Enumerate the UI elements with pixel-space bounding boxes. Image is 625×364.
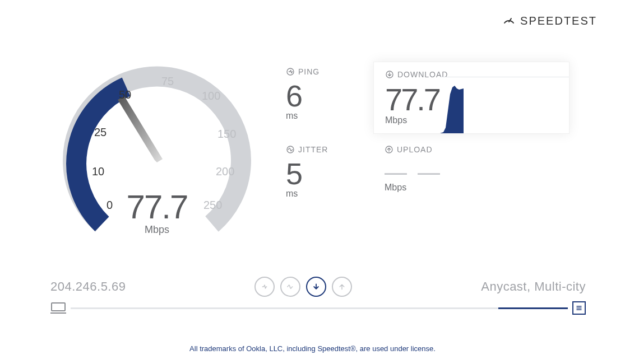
- svg-marker-1: [118, 96, 163, 162]
- jitter-label: JITTER: [298, 145, 328, 154]
- ping-block: PING 6 ms: [275, 62, 370, 139]
- server-icon: [572, 301, 586, 315]
- download-icon: [385, 70, 394, 79]
- upload-label: UPLOAD: [397, 145, 433, 154]
- footer-text: All trademarks of Ookla, LLC, including …: [0, 344, 625, 353]
- gauge-tick-3: 50: [119, 88, 131, 101]
- ping-icon: [286, 67, 295, 76]
- upload-icon: [385, 145, 393, 154]
- ping-unit: ms: [286, 111, 359, 121]
- svg-rect-7: [52, 303, 65, 311]
- jitter-block: JITTER 5 ms: [275, 139, 370, 204]
- speedtest-icon: [502, 14, 516, 27]
- stage-icons: [254, 277, 352, 297]
- speed-gauge: 0 10 25 50 75 100 150 200 250 77.7 Mbps: [50, 50, 263, 263]
- upload-block: UPLOAD — — Mbps: [373, 139, 570, 204]
- download-sparkline: [440, 72, 569, 133]
- gauge-tick-5: 100: [202, 90, 220, 102]
- stage-upload-icon: [332, 277, 352, 297]
- ip-address: 204.246.5.69: [50, 279, 126, 294]
- gauge-tick-2: 25: [94, 126, 107, 139]
- gauge-tick-4: 75: [161, 75, 174, 88]
- jitter-icon: [286, 145, 295, 154]
- gauge-tick-1: 10: [92, 165, 104, 178]
- progress-bar-fill: [498, 307, 568, 309]
- download-card: DOWNLOAD 77.7 Mbps: [373, 62, 570, 134]
- brand-logo: SPEEDTEST: [502, 14, 597, 27]
- gauge-unit: Mbps: [101, 224, 213, 236]
- gauge-value: 77.7: [101, 188, 213, 226]
- client-icon: [50, 302, 66, 314]
- progress-bar: [71, 307, 568, 309]
- jitter-unit: ms: [286, 189, 359, 199]
- jitter-value: 5: [286, 156, 359, 191]
- gauge-tick-6: 150: [217, 128, 236, 141]
- ping-label: PING: [298, 67, 320, 76]
- brand-name: SPEEDTEST: [520, 15, 597, 27]
- stage-download-icon: [306, 277, 326, 297]
- stage-jitter-icon: [280, 277, 300, 297]
- server-location: Anycast, Multi-city: [481, 279, 586, 294]
- svg-marker-4: [440, 86, 464, 133]
- ping-value: 6: [286, 78, 359, 113]
- upload-value: — —: [385, 160, 558, 185]
- gauge-tick-7: 200: [216, 165, 234, 178]
- stage-ping-icon: [254, 277, 275, 297]
